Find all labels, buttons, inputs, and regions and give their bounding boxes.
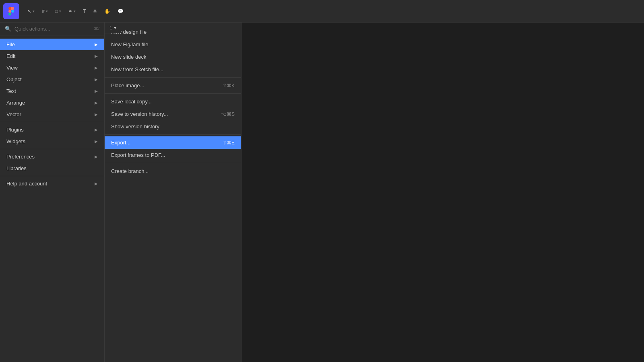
export-label: Export... [111, 140, 130, 146]
menu-item-preferences-label: Preferences [6, 154, 35, 160]
menu-item-help-arrow: ▶ [95, 181, 98, 186]
menu-item-vector-arrow: ▶ [95, 112, 98, 117]
menu-item-object[interactable]: Object ▶ [0, 74, 104, 85]
frame-icon: # [42, 8, 45, 14]
show-version-label: Show version history [111, 123, 159, 130]
move-icon: ↖ [27, 8, 31, 14]
menu-item-widgets-label: Widgets [6, 138, 25, 144]
menu-divider-3 [0, 176, 104, 176]
submenu-divider-1 [105, 77, 241, 78]
menu-item-text[interactable]: Text ▶ [0, 85, 104, 97]
menu-item-vector[interactable]: Vector ▶ [0, 109, 104, 120]
menu-item-file[interactable]: File ▶ [0, 39, 104, 50]
menu-item-edit-label: Edit [6, 53, 15, 59]
save-version-label: Save to version history... [111, 111, 168, 117]
submenu-item-export[interactable]: Export... ⇧⌘E [105, 136, 241, 149]
menu-item-libraries-label: Libraries [6, 165, 27, 171]
menu-divider-2 [0, 149, 104, 149]
menu-item-widgets[interactable]: Widgets ▶ [0, 136, 104, 147]
menu-item-view-label: View [6, 65, 18, 71]
menu-item-object-arrow: ▶ [95, 77, 98, 82]
submenu-item-create-branch[interactable]: Create branch... [105, 165, 241, 177]
menu-item-help-account[interactable]: Help and account ▶ [0, 178, 104, 189]
menu-divider-1 [0, 122, 104, 122]
frame-chevron: ▾ [46, 9, 48, 13]
submenu-item-show-version[interactable]: Show version history [105, 120, 241, 133]
submenu-item-new-design[interactable]: New design file [105, 26, 241, 38]
menu-item-edit[interactable]: Edit ▶ [0, 50, 104, 62]
toolbar: ↖ ▾ # ▾ □ ▾ ✒ ▾ T ❋ ✋ 💬 [0, 0, 644, 23]
comment-tool-button[interactable]: 💬 [114, 6, 127, 16]
move-tool-button[interactable]: ↖ ▾ [24, 6, 38, 16]
submenu-item-export-pdf[interactable]: Export frames to PDF... [105, 149, 241, 161]
page-tab[interactable]: 1 ▾ [105, 23, 121, 33]
submenu-divider-3 [105, 134, 241, 135]
text-tool-button[interactable]: T [80, 6, 89, 16]
new-figjam-label: New FigJam file [111, 41, 148, 47]
page-tab-chevron: ▾ [114, 25, 116, 31]
menu-item-arrange[interactable]: Arrange ▶ [0, 97, 104, 109]
menu-item-view-arrow: ▶ [95, 66, 98, 70]
page-tab-label: 1 [109, 25, 112, 31]
menu-item-object-label: Object [6, 76, 22, 82]
new-slide-label: New slide deck [111, 54, 146, 60]
submenu-item-save-local[interactable]: Save local copy... [105, 95, 241, 108]
figma-logo[interactable] [3, 3, 19, 19]
frame-tool-button[interactable]: # ▾ [39, 6, 51, 16]
place-image-shortcut: ⇧⌘K [223, 83, 235, 88]
main-layout: 🔍 ⌘/ File ▶ Edit ▶ View ▶ Object ▶ [0, 23, 644, 362]
menu-item-text-arrow: ▶ [95, 89, 98, 93]
submenu-item-save-version[interactable]: Save to version history... ⌥⌘S [105, 108, 241, 120]
submenu-divider-4 [105, 163, 241, 163]
menu-item-plugins[interactable]: Plugins ▶ [0, 124, 104, 136]
shape-icon: □ [55, 8, 58, 14]
export-shortcut: ⇧⌘E [223, 140, 235, 146]
menu-item-arrange-label: Arrange [6, 100, 25, 106]
new-sketch-label: New from Sketch file... [111, 66, 163, 72]
shape-chevron: ▾ [59, 9, 61, 13]
component-icon: ❋ [93, 8, 97, 14]
canvas-area: 1 ▾ [242, 23, 644, 362]
pen-tool-button[interactable]: ✒ ▾ [65, 6, 79, 16]
save-version-shortcut: ⌥⌘S [221, 111, 235, 117]
menu-section: File ▶ Edit ▶ View ▶ Object ▶ Text ▶ Arr… [0, 35, 104, 193]
export-pdf-label: Export frames to PDF... [111, 152, 165, 158]
pen-chevron: ▾ [74, 9, 76, 13]
text-icon: T [83, 8, 86, 14]
menu-item-text-label: Text [6, 88, 16, 94]
menu-item-libraries[interactable]: Libraries [0, 162, 104, 174]
submenu-item-place-image[interactable]: Place image... ⇧⌘K [105, 79, 241, 92]
hand-icon: ✋ [104, 8, 110, 14]
component-tool-button[interactable]: ❋ [90, 6, 100, 16]
save-local-label: Save local copy... [111, 99, 152, 105]
menu-item-vector-label: Vector [6, 111, 21, 117]
pen-icon: ✒ [68, 8, 72, 14]
shape-tool-button[interactable]: □ ▾ [52, 6, 64, 16]
menu-item-widgets-arrow: ▶ [95, 139, 98, 144]
menu-item-help-label: Help and account [6, 181, 47, 187]
submenu-divider-2 [105, 93, 241, 94]
search-input[interactable] [14, 26, 91, 32]
file-submenu: New design file New FigJam file New slid… [105, 23, 242, 362]
search-shortcut: ⌘/ [94, 26, 99, 31]
comment-icon: 💬 [118, 8, 124, 14]
create-branch-label: Create branch... [111, 168, 149, 174]
menu-item-preferences-arrow: ▶ [95, 154, 98, 159]
submenu-item-new-slide[interactable]: New slide deck [105, 51, 241, 63]
menu-item-plugins-label: Plugins [6, 127, 24, 133]
menu-item-plugins-arrow: ▶ [95, 128, 98, 132]
menu-item-preferences[interactable]: Preferences ▶ [0, 151, 104, 162]
search-icon: 🔍 [5, 26, 11, 32]
menu-item-file-label: File [6, 41, 15, 47]
menu-item-view[interactable]: View ▶ [0, 62, 104, 74]
submenu-item-new-sketch[interactable]: New from Sketch file... [105, 63, 241, 76]
left-panel: 🔍 ⌘/ File ▶ Edit ▶ View ▶ Object ▶ [0, 23, 105, 362]
tool-group-move: ↖ ▾ # ▾ □ ▾ ✒ ▾ T ❋ ✋ 💬 [24, 6, 127, 16]
place-image-label: Place image... [111, 82, 144, 88]
search-bar: 🔍 ⌘/ [0, 23, 104, 35]
hand-tool-button[interactable]: ✋ [101, 6, 114, 16]
submenu-item-new-figjam[interactable]: New FigJam file [105, 38, 241, 51]
move-chevron: ▾ [33, 9, 35, 13]
menu-item-arrange-arrow: ▶ [95, 101, 98, 105]
menu-item-edit-arrow: ▶ [95, 54, 98, 58]
